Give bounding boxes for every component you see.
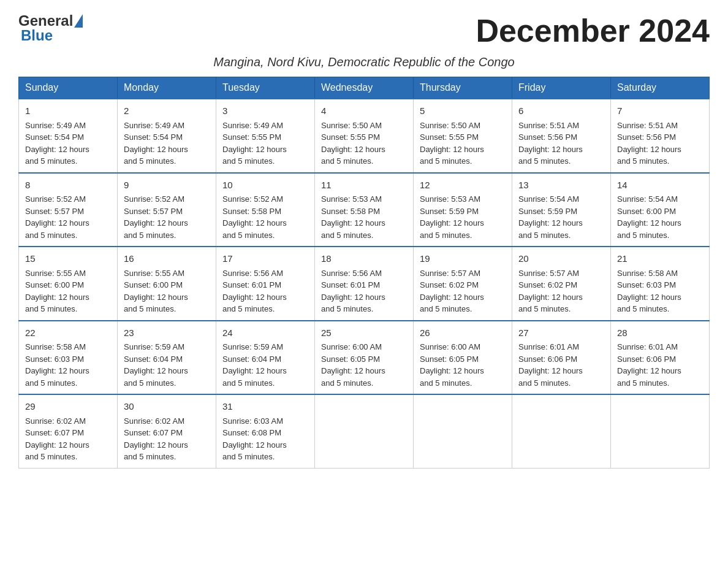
day-info: Sunrise: 5:54 AMSunset: 6:00 PMDaylight:… [617,193,703,241]
day-number: 3 [222,104,308,118]
weekday-header-friday: Friday [512,77,611,99]
day-number: 11 [321,178,407,193]
calendar-cell: 8Sunrise: 5:52 AMSunset: 5:57 PMDaylight… [19,173,118,247]
calendar-cell: 19Sunrise: 5:57 AMSunset: 6:02 PMDayligh… [414,247,512,321]
calendar-cell: 23Sunrise: 5:59 AMSunset: 6:04 PMDayligh… [118,321,216,395]
calendar-cell: 6Sunrise: 5:51 AMSunset: 5:56 PMDaylight… [512,99,611,173]
day-info: Sunrise: 6:00 AMSunset: 6:05 PMDaylight:… [321,341,407,389]
calendar-table: SundayMondayTuesdayWednesdayThursdayFrid… [18,77,710,469]
day-number: 24 [222,326,308,340]
day-info: Sunrise: 6:02 AMSunset: 6:07 PMDaylight:… [25,415,111,463]
day-info: Sunrise: 5:59 AMSunset: 6:04 PMDaylight:… [124,341,210,389]
calendar-cell: 21Sunrise: 5:58 AMSunset: 6:03 PMDayligh… [611,247,710,321]
calendar-cell: 18Sunrise: 5:56 AMSunset: 6:01 PMDayligh… [315,247,414,321]
day-number: 21 [617,252,703,266]
day-number: 2 [124,104,210,118]
day-number: 28 [617,326,703,340]
day-number: 31 [222,400,308,414]
month-title: December 2024 [476,12,710,49]
day-number: 25 [321,326,407,340]
day-info: Sunrise: 6:02 AMSunset: 6:07 PMDaylight:… [124,415,210,463]
day-info: Sunrise: 6:03 AMSunset: 6:08 PMDaylight:… [222,415,308,463]
day-info: Sunrise: 5:49 AMSunset: 5:55 PMDaylight:… [222,120,308,167]
calendar-cell [611,394,710,468]
calendar-cell: 31Sunrise: 6:03 AMSunset: 6:08 PMDayligh… [216,394,315,468]
day-number: 23 [124,326,210,340]
weekday-header-tuesday: Tuesday [216,77,315,99]
day-info: Sunrise: 5:55 AMSunset: 6:00 PMDaylight:… [124,267,210,315]
calendar-week-row: 8Sunrise: 5:52 AMSunset: 5:57 PMDaylight… [19,173,710,247]
calendar-cell: 16Sunrise: 5:55 AMSunset: 6:00 PMDayligh… [118,247,216,321]
day-info: Sunrise: 5:53 AMSunset: 5:58 PMDaylight:… [321,193,407,241]
day-info: Sunrise: 5:49 AMSunset: 5:54 PMDaylight:… [124,120,210,167]
day-number: 16 [124,252,210,266]
calendar-cell: 12Sunrise: 5:53 AMSunset: 5:59 PMDayligh… [414,173,512,247]
day-info: Sunrise: 5:58 AMSunset: 6:03 PMDaylight:… [25,341,111,389]
day-number: 6 [518,104,604,118]
calendar-cell: 13Sunrise: 5:54 AMSunset: 5:59 PMDayligh… [512,173,611,247]
day-info: Sunrise: 5:51 AMSunset: 5:56 PMDaylight:… [617,120,703,167]
day-info: Sunrise: 6:01 AMSunset: 6:06 PMDaylight:… [518,341,604,389]
day-info: Sunrise: 6:00 AMSunset: 6:05 PMDaylight:… [420,341,506,389]
day-info: Sunrise: 5:57 AMSunset: 6:02 PMDaylight:… [518,267,604,315]
day-info: Sunrise: 6:01 AMSunset: 6:06 PMDaylight:… [617,341,703,389]
location-subtitle: Mangina, Nord Kivu, Democratic Republic … [18,55,710,69]
weekday-header-thursday: Thursday [414,77,512,99]
calendar-cell: 3Sunrise: 5:49 AMSunset: 5:55 PMDaylight… [216,99,315,173]
calendar-cell: 7Sunrise: 5:51 AMSunset: 5:56 PMDaylight… [611,99,710,173]
day-number: 29 [25,400,111,414]
day-number: 27 [518,326,604,340]
day-info: Sunrise: 5:52 AMSunset: 5:57 PMDaylight:… [25,193,111,241]
calendar-cell: 29Sunrise: 6:02 AMSunset: 6:07 PMDayligh… [19,394,118,468]
day-number: 15 [25,252,111,266]
day-number: 8 [25,178,111,193]
day-info: Sunrise: 5:56 AMSunset: 6:01 PMDaylight:… [222,267,308,315]
day-number: 5 [420,104,506,118]
day-info: Sunrise: 5:58 AMSunset: 6:03 PMDaylight:… [617,267,703,315]
day-number: 12 [420,178,506,193]
calendar-cell [414,394,512,468]
calendar-cell: 9Sunrise: 5:52 AMSunset: 5:57 PMDaylight… [118,173,216,247]
day-number: 17 [222,252,308,266]
weekday-header-row: SundayMondayTuesdayWednesdayThursdayFrid… [19,77,710,99]
calendar-cell [512,394,611,468]
day-number: 10 [222,178,308,193]
day-info: Sunrise: 5:52 AMSunset: 5:58 PMDaylight:… [222,193,308,241]
calendar-cell: 26Sunrise: 6:00 AMSunset: 6:05 PMDayligh… [414,321,512,395]
calendar-header: SundayMondayTuesdayWednesdayThursdayFrid… [19,77,710,99]
day-info: Sunrise: 5:56 AMSunset: 6:01 PMDaylight:… [321,267,407,315]
day-info: Sunrise: 5:57 AMSunset: 6:02 PMDaylight:… [420,267,506,315]
calendar-cell: 5Sunrise: 5:50 AMSunset: 5:55 PMDaylight… [414,99,512,173]
day-number: 4 [321,104,407,118]
calendar-cell: 27Sunrise: 6:01 AMSunset: 6:06 PMDayligh… [512,321,611,395]
day-number: 19 [420,252,506,266]
day-number: 26 [420,326,506,340]
calendar-cell: 15Sunrise: 5:55 AMSunset: 6:00 PMDayligh… [19,247,118,321]
calendar-week-row: 22Sunrise: 5:58 AMSunset: 6:03 PMDayligh… [19,321,710,395]
day-number: 9 [124,178,210,193]
calendar-cell: 14Sunrise: 5:54 AMSunset: 6:00 PMDayligh… [611,173,710,247]
calendar-cell: 17Sunrise: 5:56 AMSunset: 6:01 PMDayligh… [216,247,315,321]
day-info: Sunrise: 5:51 AMSunset: 5:56 PMDaylight:… [518,120,604,167]
logo-blue-text: Blue [18,27,53,44]
day-number: 20 [518,252,604,266]
calendar-cell: 4Sunrise: 5:50 AMSunset: 5:55 PMDaylight… [315,99,414,173]
calendar-cell: 30Sunrise: 6:02 AMSunset: 6:07 PMDayligh… [118,394,216,468]
day-number: 22 [25,326,111,340]
calendar-cell: 25Sunrise: 6:00 AMSunset: 6:05 PMDayligh… [315,321,414,395]
weekday-header-saturday: Saturday [611,77,710,99]
day-number: 14 [617,178,703,193]
day-info: Sunrise: 5:50 AMSunset: 5:55 PMDaylight:… [420,120,506,167]
weekday-header-monday: Monday [118,77,216,99]
page-header: General Blue December 2024 [18,12,710,49]
calendar-cell [315,394,414,468]
calendar-week-row: 1Sunrise: 5:49 AMSunset: 5:54 PMDaylight… [19,99,710,173]
calendar-cell: 11Sunrise: 5:53 AMSunset: 5:58 PMDayligh… [315,173,414,247]
day-info: Sunrise: 5:54 AMSunset: 5:59 PMDaylight:… [518,193,604,241]
calendar-cell: 20Sunrise: 5:57 AMSunset: 6:02 PMDayligh… [512,247,611,321]
day-number: 30 [124,400,210,414]
logo-triangle-icon [74,14,83,28]
day-info: Sunrise: 5:52 AMSunset: 5:57 PMDaylight:… [124,193,210,241]
calendar-cell: 22Sunrise: 5:58 AMSunset: 6:03 PMDayligh… [19,321,118,395]
day-info: Sunrise: 5:55 AMSunset: 6:00 PMDaylight:… [25,267,111,315]
